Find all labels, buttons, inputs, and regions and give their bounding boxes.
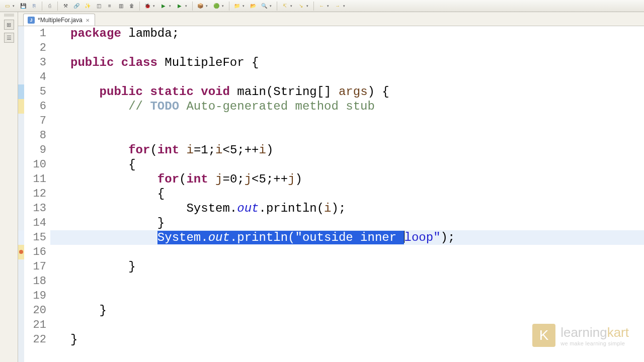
run-icon[interactable]: ▶ bbox=[158, 1, 169, 11]
close-icon[interactable]: ✕ bbox=[86, 18, 91, 23]
watermark-title: learningkart bbox=[560, 325, 629, 340]
line-number: 11 bbox=[24, 172, 50, 187]
separator bbox=[277, 2, 277, 11]
line-number: 13 bbox=[24, 201, 50, 216]
java-file-icon: J bbox=[28, 17, 35, 24]
trash-icon[interactable]: 🗑 bbox=[127, 1, 137, 11]
line-number: 15 bbox=[24, 230, 50, 245]
new-package-icon[interactable]: 📦 bbox=[195, 1, 205, 11]
build-icon[interactable]: ⚒ bbox=[60, 1, 70, 11]
debug-icon[interactable]: 🐞 bbox=[142, 1, 152, 11]
line-number: 8 bbox=[24, 128, 50, 143]
dock-handle[interactable] bbox=[4, 14, 14, 17]
next-annotation-icon[interactable]: ↘ bbox=[296, 1, 306, 11]
line-number: 21 bbox=[24, 318, 50, 332]
warning-marker-icon bbox=[18, 99, 24, 114]
text-cursor bbox=[404, 231, 405, 243]
prev-annotation-icon[interactable]: ↸ bbox=[280, 1, 290, 11]
line-number: 4 bbox=[24, 70, 50, 84]
save-icon[interactable]: 💾 bbox=[18, 1, 28, 11]
back-icon[interactable]: ← bbox=[316, 1, 327, 11]
line-number: 17 bbox=[24, 259, 50, 274]
line-number-gutter: 1 2 3 4 5 6 7 8 9 10 11 12 13 14 15 16 1… bbox=[24, 26, 50, 362]
left-dock: ⊞ ☰ bbox=[0, 12, 18, 362]
line-number: 20 bbox=[24, 303, 50, 318]
current-line-marker bbox=[18, 230, 24, 245]
line-number: 9 bbox=[24, 143, 50, 157]
search-icon[interactable]: 🔍 bbox=[259, 1, 269, 11]
line-number: 12 bbox=[24, 187, 50, 201]
line-number: 16 bbox=[24, 245, 50, 259]
print-icon[interactable]: ⎙ bbox=[45, 1, 55, 11]
new-icon[interactable]: ▭ bbox=[2, 1, 12, 11]
separator bbox=[139, 2, 140, 11]
watermark-icon: K bbox=[532, 324, 555, 347]
watermark-subtitle: we make learning simple bbox=[560, 340, 629, 346]
watermark-logo: K learningkart we make learning simple bbox=[532, 324, 629, 347]
line-number: 6 bbox=[24, 99, 50, 114]
editor-tabbar: J *MultipleFor.java ✕ bbox=[18, 12, 644, 26]
tab-label: *MultipleFor.java bbox=[38, 17, 83, 24]
line-number: 14 bbox=[24, 216, 50, 230]
separator bbox=[192, 2, 193, 11]
line-number: 18 bbox=[24, 274, 50, 289]
line-number: 1 bbox=[24, 26, 50, 41]
toggle-icon[interactable]: ◫ bbox=[94, 1, 104, 11]
line-number: 5 bbox=[24, 84, 50, 99]
package-explorer-icon[interactable]: ☰ bbox=[4, 33, 14, 43]
main-toolbar: ▭ 💾 ⎘ ⎙ ⚒ 🔗 ✨ ◫ ≡ ▥ 🗑 🐞 ▶ ▶ 📦 🟢 📁 📂 🔍 ↸ … bbox=[0, 0, 644, 12]
new-class-icon[interactable]: 🟢 bbox=[211, 1, 221, 11]
open-resource-icon[interactable]: 📂 bbox=[248, 1, 258, 11]
code-area[interactable]: package lambda; public class MultipleFor… bbox=[50, 26, 644, 362]
separator bbox=[313, 2, 314, 11]
task-icon[interactable]: ▥ bbox=[116, 1, 126, 11]
method-marker-icon bbox=[18, 84, 24, 99]
wand-icon[interactable]: ✨ bbox=[83, 1, 93, 11]
line-number: 3 bbox=[24, 55, 50, 70]
list-icon[interactable]: ≡ bbox=[105, 1, 115, 11]
line-number: 7 bbox=[24, 114, 50, 128]
restore-view-icon[interactable]: ⊞ bbox=[4, 20, 14, 30]
separator bbox=[42, 2, 42, 11]
marker-bar bbox=[18, 26, 24, 362]
line-number: 19 bbox=[24, 289, 50, 303]
open-type-icon[interactable]: 📁 bbox=[232, 1, 242, 11]
line-number: 2 bbox=[24, 41, 50, 55]
line-number: 10 bbox=[24, 157, 50, 172]
save-all-icon[interactable]: ⎘ bbox=[29, 1, 39, 11]
separator bbox=[57, 2, 58, 11]
tab-multiplefor[interactable]: J *MultipleFor.java ✕ bbox=[23, 14, 95, 26]
run-last-icon[interactable]: ▶ bbox=[175, 1, 185, 11]
error-marker-icon bbox=[18, 245, 24, 259]
forward-icon[interactable]: → bbox=[333, 1, 343, 11]
code-editor[interactable]: 1 2 3 4 5 6 7 8 9 10 11 12 13 14 15 16 1… bbox=[18, 26, 644, 362]
line-number: 22 bbox=[24, 332, 50, 347]
link-icon[interactable]: 🔗 bbox=[71, 1, 82, 11]
separator bbox=[229, 2, 229, 11]
